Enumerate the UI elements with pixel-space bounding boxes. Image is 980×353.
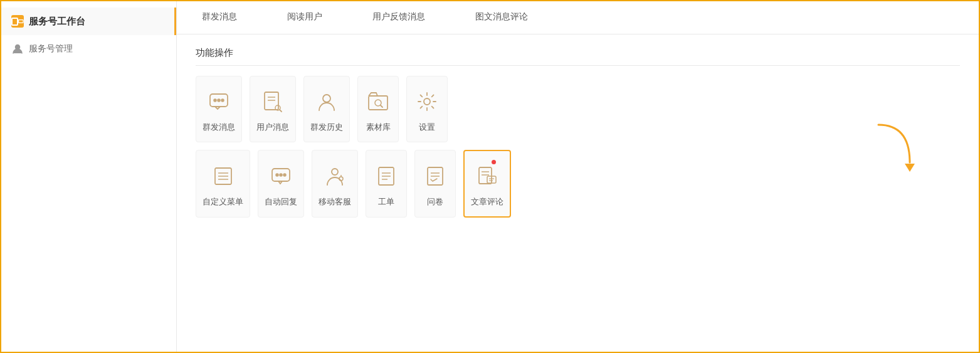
sidebar-item-management[interactable]: 服务号管理 <box>1 35 176 63</box>
func-card-mass-msg[interactable]: 群发消息 <box>196 76 242 142</box>
tab-user-feedback[interactable]: 用户反馈消息 <box>347 1 450 34</box>
func-card-mass-history[interactable]: 群发历史 <box>303 76 350 142</box>
svg-point-21 <box>276 174 278 176</box>
comment-doc-icon <box>473 162 501 190</box>
svg-line-14 <box>381 105 382 107</box>
svg-point-4 <box>218 99 220 102</box>
doc-check-icon <box>421 162 449 190</box>
func-label-material: 素材库 <box>366 122 391 133</box>
svg-point-22 <box>280 174 282 176</box>
svg-point-15 <box>424 98 430 105</box>
svg-rect-6 <box>265 92 278 110</box>
svg-rect-12 <box>369 96 387 110</box>
func-card-custom-menu[interactable]: 自定义菜单 <box>196 150 250 218</box>
management-label: 服务号管理 <box>29 43 73 55</box>
svg-rect-34 <box>479 167 492 184</box>
app-layout: 服务号工作台 服务号管理 群发消息 阅读用户 用户反馈消息 图文消息评论 功能操… <box>1 1 979 352</box>
gear-icon <box>413 88 441 115</box>
svg-point-24 <box>332 169 338 175</box>
workbench-icon <box>11 15 24 28</box>
workbench-label: 服务号工作台 <box>29 16 85 28</box>
svg-point-11 <box>323 95 330 102</box>
func-card-auto-reply[interactable]: 自动回复 <box>258 150 304 218</box>
sidebar: 服务号工作台 服务号管理 <box>1 1 177 352</box>
chat-dots-icon <box>267 162 295 190</box>
func-label-user-msg: 用户消息 <box>256 122 289 133</box>
func-row-1: 群发消息 用户消息 <box>196 76 960 142</box>
func-label-questionnaire: 问卷 <box>427 196 443 208</box>
main-content: 群发消息 阅读用户 用户反馈消息 图文消息评论 功能操作 <box>177 1 979 352</box>
list-lines-icon <box>209 162 237 190</box>
headset-person-icon <box>321 162 349 190</box>
section-title: 功能操作 <box>196 47 960 66</box>
func-card-material[interactable]: 素材库 <box>357 76 399 142</box>
func-card-workorder[interactable]: 工单 <box>366 150 407 218</box>
doc-search-icon <box>259 88 287 115</box>
chat-bubble-dots-icon <box>205 88 233 115</box>
red-dot-indicator <box>492 160 496 164</box>
management-icon <box>11 43 24 55</box>
func-card-article-comment[interactable]: 文章评论 <box>463 150 511 218</box>
func-label-auto-reply: 自动回复 <box>265 196 297 208</box>
func-row-1-cards: 群发消息 用户消息 <box>196 76 960 142</box>
func-card-mobile-service[interactable]: 移动客服 <box>312 150 358 218</box>
tab-read-users[interactable]: 阅读用户 <box>262 1 347 34</box>
func-card-user-msg[interactable]: 用户消息 <box>250 76 296 142</box>
tab-bar: 群发消息 阅读用户 用户反馈消息 图文消息评论 <box>177 1 979 34</box>
svg-point-5 <box>221 99 224 102</box>
folder-search-icon <box>364 88 392 115</box>
svg-point-23 <box>283 174 286 176</box>
func-label-mass-history: 群发历史 <box>310 122 343 133</box>
func-label-article-comment: 文章评论 <box>471 196 503 208</box>
func-label-mobile-service: 移动客服 <box>319 196 351 208</box>
func-label-workorder: 工单 <box>378 196 394 208</box>
sidebar-item-workbench[interactable]: 服务号工作台 <box>1 8 176 35</box>
svg-line-10 <box>280 110 282 112</box>
func-label-mass-msg: 群发消息 <box>203 122 235 133</box>
func-row-2-cards: 自定义菜单 自动回复 <box>196 150 960 218</box>
func-card-questionnaire[interactable]: 问卷 <box>414 150 456 218</box>
tab-article-comment[interactable]: 图文消息评论 <box>450 1 553 34</box>
user-circle-icon <box>313 88 340 115</box>
doc-lines-icon <box>372 162 400 190</box>
content-area: 功能操作 群发消息 <box>177 34 979 352</box>
svg-point-3 <box>214 99 216 102</box>
func-label-custom-menu: 自定义菜单 <box>203 196 243 208</box>
func-label-settings: 设置 <box>419 122 435 133</box>
svg-rect-0 <box>19 20 23 23</box>
tab-mass-message[interactable]: 群发消息 <box>177 1 262 34</box>
func-card-settings[interactable]: 设置 <box>406 76 448 142</box>
